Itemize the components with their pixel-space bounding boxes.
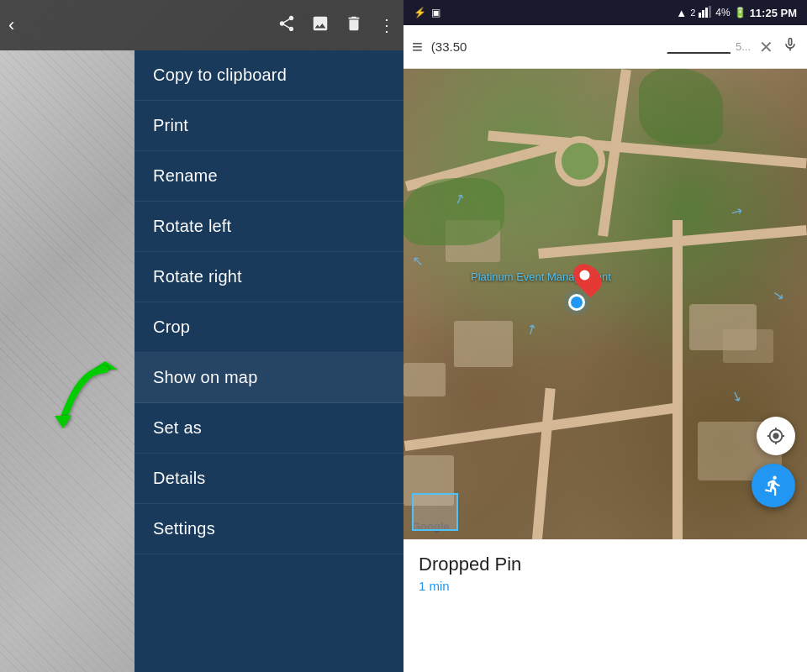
menu-item-settings[interactable]: Settings <box>134 504 404 554</box>
more-options-icon[interactable]: ⋮ <box>378 15 395 35</box>
wifi-icon: ▲ <box>676 7 687 19</box>
pin-shape <box>568 259 608 298</box>
menu-item-copy-to-clipboard[interactable]: Copy to clipboard <box>134 50 404 101</box>
toolbar-icons: ⋮ <box>277 14 395 37</box>
image-edit-icon[interactable] <box>311 14 330 37</box>
search-query-underline: _________ <box>667 39 731 54</box>
search-mic-icon[interactable] <box>782 36 799 57</box>
context-menu: Copy to clipboard Print Rename Rotate le… <box>134 50 404 672</box>
walker-fab-button[interactable] <box>752 464 795 507</box>
mini-thumbnail <box>412 493 458 531</box>
menu-item-show-on-map[interactable]: Show on map <box>134 353 404 403</box>
search-input-area[interactable]: (33.50 _________ 5... <box>431 39 751 54</box>
search-divider: 5... <box>736 40 751 53</box>
road-vertical-3 <box>530 388 555 539</box>
search-query-text: (33.50 <box>431 39 662 54</box>
my-location-button[interactable] <box>757 417 795 455</box>
back-button[interactable]: ‹ <box>8 14 14 36</box>
top-toolbar: ‹ ⋮ <box>0 0 404 50</box>
share-icon[interactable] <box>277 14 296 37</box>
map-arrow-4: ↗ <box>770 288 788 302</box>
location-pin <box>572 262 599 294</box>
svg-rect-2 <box>699 13 701 18</box>
menu-item-print[interactable]: Print <box>134 101 404 151</box>
map-arrow-2: ↗ <box>728 202 746 221</box>
photo-icon: ▣ <box>431 7 440 18</box>
travel-time-label: 1 min <box>419 579 792 593</box>
road-vertical-2 <box>672 220 683 539</box>
right-panel: ⚡ ▣ ▲ 2 4% 🔋 11:25 PM ≡ (33.50 _________ <box>404 0 807 672</box>
status-left: ⚡ ▣ <box>414 7 440 18</box>
status-icons: ▲ 2 4% 🔋 11:25 PM <box>676 6 797 20</box>
satellite-map: Platinum Event Management ↗ ↗ ↗ ↗ ↗ ↗ Go… <box>404 69 807 539</box>
green-area-2 <box>639 69 723 144</box>
map-arrow-5: ↗ <box>522 319 540 339</box>
svg-rect-5 <box>709 6 711 18</box>
menu-item-rotate-right[interactable]: Rotate right <box>134 252 404 302</box>
menu-item-crop[interactable]: Crop <box>134 302 404 353</box>
usb-icon: ⚡ <box>414 7 426 18</box>
roundabout <box>555 136 605 186</box>
left-panel: ‹ ⋮ Copy to clipboard Print Renam <box>0 0 404 672</box>
building-4 <box>454 321 513 367</box>
search-close-icon[interactable]: ✕ <box>759 37 773 57</box>
map-arrow-3: ↗ <box>409 256 425 267</box>
battery-label: 4% <box>715 7 730 18</box>
bottom-info-panel: Dropped Pin 1 min <box>404 539 807 672</box>
map-arrow-6: ↗ <box>727 388 746 404</box>
delete-icon[interactable] <box>345 14 363 37</box>
battery-icon: 🔋 <box>734 7 746 18</box>
map-area[interactable]: Platinum Event Management ↗ ↗ ↗ ↗ ↗ ↗ Go… <box>404 69 807 539</box>
search-bar: ≡ (33.50 _________ 5... ✕ <box>404 25 807 69</box>
status-bar: ⚡ ▣ ▲ 2 4% 🔋 11:25 PM <box>404 0 807 25</box>
building-5 <box>404 363 446 396</box>
building-2 <box>723 329 773 363</box>
dropped-pin-title: Dropped Pin <box>419 554 792 575</box>
hamburger-menu-icon[interactable]: ≡ <box>412 36 423 58</box>
menu-item-details[interactable]: Details <box>134 454 404 504</box>
menu-item-rename[interactable]: Rename <box>134 151 404 202</box>
svg-rect-3 <box>702 10 704 18</box>
current-location-dot <box>568 294 585 311</box>
menu-item-set-as[interactable]: Set as <box>134 403 404 454</box>
status-time: 11:25 PM <box>750 7 797 19</box>
signal-strength-icon <box>699 6 712 20</box>
svg-rect-4 <box>705 8 708 18</box>
green-area-1 <box>404 178 504 245</box>
signal-bars-label: 2 <box>690 8 695 18</box>
menu-item-rotate-left[interactable]: Rotate left <box>134 202 404 252</box>
